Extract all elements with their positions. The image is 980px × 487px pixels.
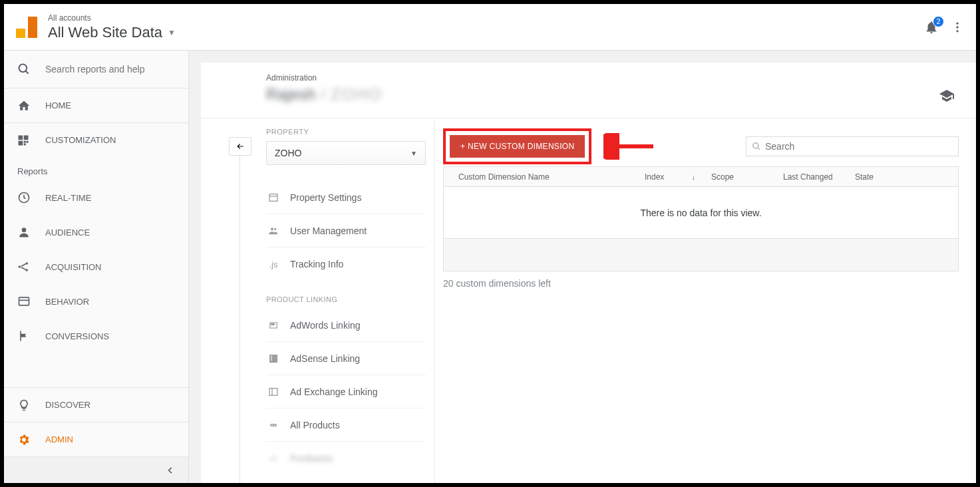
accounts-label: All accounts [48, 13, 924, 23]
sidebar-collapse[interactable] [4, 456, 188, 483]
person-icon [17, 226, 31, 239]
adsense-icon [266, 353, 281, 364]
adexchange-linking-link[interactable]: Ad Exchange Linking [266, 375, 426, 408]
table-header: Custom Dimension Name Index ↓ Scope Last… [444, 167, 958, 187]
view-selector[interactable]: All Web Site Data ▼ [48, 24, 924, 41]
sidebar-search[interactable] [4, 51, 188, 88]
nav-label: CUSTOMIZATION [45, 135, 116, 145]
nav-admin[interactable]: ADMIN [4, 422, 188, 456]
new-custom-dimension-button[interactable]: + NEW CUSTOM DIMENSION [450, 135, 585, 158]
nav-behavior[interactable]: BEHAVIOR [4, 284, 188, 319]
svg-rect-5 [19, 135, 23, 140]
nav-conversions[interactable]: CONVERSIONS [4, 319, 188, 353]
nav-customization[interactable]: CUSTOMIZATION [4, 122, 188, 157]
nav-label: AUDIENCE [45, 228, 90, 238]
svg-rect-7 [19, 140, 23, 145]
user-management-link[interactable]: User Management [266, 214, 426, 247]
search-input[interactable] [45, 64, 165, 75]
nav-label: BEHAVIOR [45, 297, 89, 307]
nav-audience[interactable]: AUDIENCE [4, 215, 188, 249]
analytics-logo [16, 17, 37, 38]
search-icon [752, 142, 761, 151]
svg-rect-25 [271, 356, 272, 357]
item-label: AdSense Linking [290, 353, 360, 364]
home-icon [17, 99, 31, 112]
nav-label: HOME [45, 100, 71, 110]
tracking-info-link[interactable]: .js Tracking Info [266, 247, 426, 281]
nav-discover[interactable]: DISCOVER [4, 387, 188, 422]
adwords-icon [266, 320, 281, 331]
svg-rect-9 [27, 140, 29, 142]
adexchange-icon [266, 387, 281, 397]
view-title-text: All Web Site Data [48, 24, 162, 41]
col-scope[interactable]: Scope [703, 172, 775, 182]
all-products-link[interactable]: All Products [266, 408, 426, 442]
svg-point-32 [274, 424, 275, 426]
table-search-input[interactable] [765, 141, 953, 152]
property-label: PROPERTY [266, 128, 428, 136]
js-icon: .js [266, 259, 281, 269]
item-label: User Management [290, 226, 367, 236]
svg-point-15 [25, 269, 28, 271]
graduation-cap-icon [939, 88, 955, 104]
svg-rect-23 [271, 323, 275, 325]
search-icon [17, 63, 31, 76]
adwords-linking-link[interactable]: AdWords Linking [266, 309, 426, 342]
svg-rect-8 [24, 140, 26, 142]
svg-point-1 [956, 26, 958, 28]
nav-label: ACQUISITION [45, 262, 102, 272]
col-name[interactable]: Custom Dimension Name [444, 172, 637, 182]
behavior-icon [17, 295, 31, 308]
gear-icon [17, 433, 31, 446]
acquisition-icon [17, 260, 31, 273]
more-menu-button[interactable] [951, 21, 964, 34]
col-index[interactable]: Index ↓ [637, 172, 703, 182]
svg-rect-18 [269, 194, 277, 201]
property-column: PROPERTY ZOHO ▼ Property Settings [201, 118, 435, 483]
svg-rect-10 [24, 143, 26, 145]
nav-label: DISCOVER [45, 400, 90, 410]
left-sidebar: HOME CUSTOMIZATION Reports REAL-TIME AUD… [4, 51, 189, 483]
item-label: Tracking Info [290, 259, 343, 269]
table-search[interactable] [746, 136, 959, 156]
svg-rect-27 [271, 359, 272, 360]
svg-rect-16 [19, 297, 29, 305]
svg-line-35 [758, 148, 760, 150]
col-changed[interactable]: Last Changed [775, 172, 847, 182]
svg-point-20 [271, 228, 273, 230]
help-education-button[interactable] [939, 88, 955, 104]
chevron-left-icon [166, 466, 175, 475]
bulb-icon [17, 399, 31, 412]
property-settings-link[interactable]: Property Settings [266, 181, 426, 214]
notifications-button[interactable]: 2 [924, 20, 939, 35]
notification-badge: 2 [933, 16, 944, 27]
nav-acquisition[interactable]: ACQUISITION [4, 249, 188, 284]
product-linking-label: PRODUCT LINKING [266, 295, 426, 303]
property-selector[interactable]: ZOHO ▼ [266, 141, 426, 165]
item-label: AdWords Linking [290, 320, 361, 331]
reports-section-label: Reports [4, 157, 188, 180]
svg-point-0 [956, 22, 958, 24]
postbacks-link[interactable]: ⇄ Postbacks [266, 442, 426, 475]
app-header: All accounts All Web Site Data ▼ 2 [4, 4, 976, 51]
nav-realtime[interactable]: REAL-TIME [4, 180, 188, 215]
admin-header: Administration Rajesh / ZOHO [201, 63, 976, 118]
back-button[interactable] [229, 137, 251, 156]
svg-rect-30 [270, 424, 277, 426]
item-label: Ad Exchange Linking [290, 387, 378, 397]
svg-rect-26 [271, 357, 272, 358]
users-icon [266, 226, 281, 236]
content-area: Administration Rajesh / ZOHO [189, 51, 976, 483]
caret-down-icon: ▼ [410, 150, 417, 157]
link-icon [266, 420, 281, 430]
adsense-linking-link[interactable]: AdSense Linking [266, 342, 426, 375]
main-column: + NEW CUSTOM DIMENSION Custom [435, 118, 976, 483]
empty-state: There is no data for this view. [444, 187, 958, 239]
svg-rect-6 [24, 135, 29, 140]
col-state[interactable]: State [847, 172, 958, 182]
nav-home[interactable]: HOME [4, 88, 188, 122]
svg-point-12 [22, 228, 27, 232]
svg-line-4 [26, 71, 29, 74]
back-arrow-icon [234, 142, 246, 151]
dimensions-table: Custom Dimension Name Index ↓ Scope Last… [443, 166, 959, 271]
